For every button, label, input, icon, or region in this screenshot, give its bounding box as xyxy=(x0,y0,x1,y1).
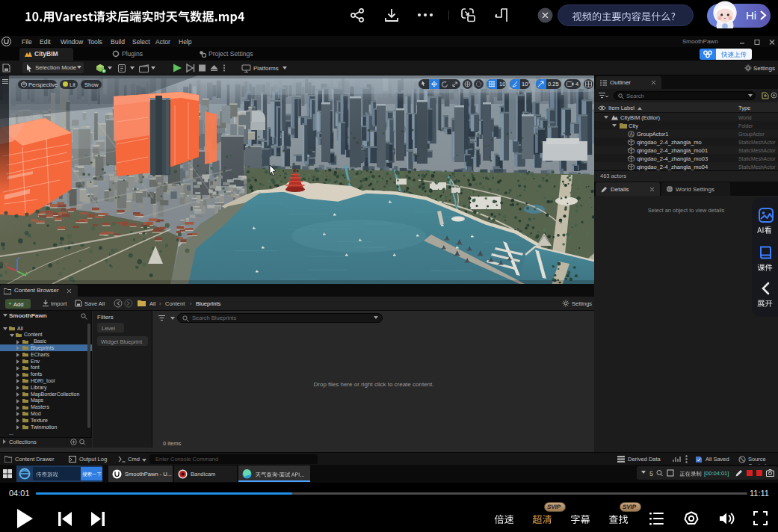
svg-text:y: y xyxy=(26,270,28,275)
svg-text:x: x xyxy=(4,262,7,266)
svg-text:5: 5 xyxy=(649,470,653,477)
svg-text:A: A xyxy=(630,131,634,136)
svg-text:z: z xyxy=(18,256,20,260)
